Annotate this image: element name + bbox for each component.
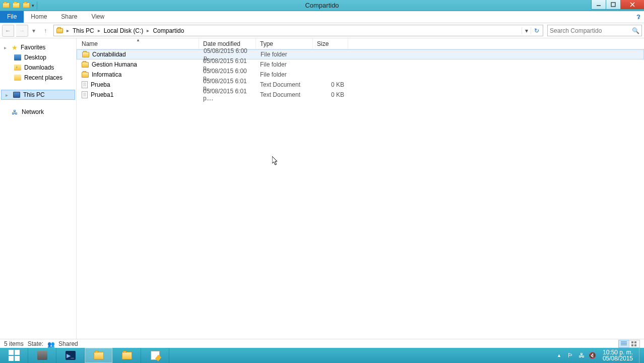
svg-rect-7 [631,341,633,343]
windows-icon [9,350,20,361]
file-row[interactable]: Informatica 05/08/2015 6:00 p.... File f… [77,70,644,80]
navigation-pane: ▸ ★ Favorites Desktop Downloads Recent p… [0,38,77,339]
server-icon [37,351,47,360]
file-name: Informatica [92,71,121,78]
details-view-button[interactable] [618,340,629,348]
column-label: Size [317,40,329,47]
chevron-right-icon[interactable]: ▸ [145,28,151,33]
taskbar-explorer-2[interactable] [113,348,141,363]
window-controls [591,0,644,11]
column-type[interactable]: Type [256,38,313,49]
nav-item-label: Network [22,108,44,115]
favorites-node[interactable]: ▸ ★ Favorites [0,42,76,52]
svg-rect-1 [611,3,615,7]
nav-network[interactable]: ▸ 🖧 Network [0,107,76,117]
address-bar[interactable]: ▸ This PC ▸ Local Disk (C:) ▸ Compartido… [53,25,543,36]
desktop-icon [14,54,21,60]
nav-item-label: Recent places [24,74,62,81]
file-tab[interactable]: File [0,11,24,23]
taskbar-server-manager[interactable] [28,348,56,363]
file-name: Prueba [91,81,110,88]
minimize-button[interactable] [591,0,606,10]
powershell-icon: ▶_ [66,351,76,360]
column-size[interactable]: Size [313,38,348,49]
search-input[interactable] [550,27,639,34]
system-tray: ▲ 🏳 🖧 🔇 10:50 p. m. 05/08/2015 [555,348,644,363]
view-toggle [619,340,640,348]
tab-home[interactable]: Home [24,11,54,23]
properties-icon[interactable] [12,1,21,10]
maximize-button[interactable] [606,0,621,10]
column-label: Date modified [203,40,240,47]
search-icon[interactable]: 🔍 [632,27,639,34]
icons-view-button[interactable] [629,340,640,348]
file-date: 05/08/2015 6:01 p.... [199,88,256,102]
chevron-right-icon[interactable]: ▸ [96,28,102,33]
breadcrumb-this-pc[interactable]: This PC [71,25,96,36]
sort-asc-icon: ▲ [136,38,140,42]
expand-icon[interactable]: ▸ [6,92,10,98]
column-label: Type [260,40,273,47]
breadcrumb-local-disk[interactable]: Local Disk (C:) [102,25,145,36]
taskbar-explorer[interactable] [85,348,113,363]
file-type: Text Document [256,81,313,88]
nav-item-label: This PC [23,91,45,98]
folder-icon [82,72,89,78]
taskbar: ▶_ ▲ 🏳 🖧 🔇 10:50 p. m. 05/08/2015 [0,348,644,363]
file-name: Contabilidad [92,51,126,58]
search-box[interactable]: 🔍 [547,25,642,36]
folder-icon [94,352,104,359]
file-row[interactable]: Prueba 05/08/2015 6:01 p.... Text Docume… [77,80,644,90]
column-headers: Name ▲ Date modified Type Size [77,38,644,49]
back-button[interactable]: ← [2,25,14,37]
pc-icon [13,92,20,98]
window-title: Compartido [305,2,339,9]
text-file-icon [82,91,88,98]
svg-rect-10 [634,344,636,346]
status-state-value: Shared [58,340,78,347]
sound-icon[interactable]: 🔇 [589,351,597,359]
close-button[interactable] [620,0,644,10]
collapse-icon[interactable]: ▸ [4,45,9,50]
nav-this-pc[interactable]: ▸ This PC [1,90,75,100]
status-bar: 5 items State: 👥 Shared [0,339,644,348]
quick-access-toolbar: ▾ [0,1,39,10]
nav-item-label: Desktop [24,54,46,61]
folder-icon [82,62,89,68]
tab-share[interactable]: Share [54,11,84,23]
start-button[interactable] [0,348,28,363]
status-items: 5 items [4,340,24,347]
taskbar-powershell[interactable]: ▶_ [56,348,85,363]
breadcrumb-current[interactable]: Compartido [151,25,185,36]
taskbar-notepad[interactable] [141,348,169,363]
chevron-right-icon[interactable]: ▸ [65,28,71,33]
up-button[interactable]: ↑ [39,25,51,37]
nav-recent-places[interactable]: Recent places [0,73,76,83]
network-tray-icon[interactable]: 🖧 [577,351,586,359]
address-dropdown-icon[interactable]: ▾ [522,27,531,34]
cursor-icon [272,156,279,168]
tray-clock[interactable]: 10:50 p. m. 05/08/2015 [600,349,636,361]
flag-icon[interactable]: 🏳 [566,351,574,359]
help-icon[interactable]: ? [634,12,643,21]
downloads-icon [14,65,21,71]
file-list[interactable]: Name ▲ Date modified Type Size Contabili… [77,38,644,339]
tray-overflow-icon[interactable]: ▲ [555,353,563,358]
tab-view[interactable]: View [84,11,111,23]
file-row[interactable]: Prueba1 05/08/2015 6:01 p.... Text Docum… [77,90,644,100]
text-file-icon [82,81,88,88]
file-row[interactable]: Gestion Humana 05/08/2015 6:01 p.... Fil… [77,59,644,70]
qat-dropdown-icon[interactable]: ▾ [32,3,34,8]
forward-button[interactable]: → [16,25,28,37]
column-name[interactable]: Name ▲ [77,38,199,49]
refresh-icon[interactable]: ↻ [531,27,542,34]
title-bar: ▾ Compartido [0,0,644,11]
star-icon: ★ [12,44,18,51]
nav-desktop[interactable]: Desktop [0,52,76,63]
recent-locations-icon[interactable]: ▾ [30,27,37,34]
new-folder-icon[interactable] [22,1,31,10]
column-date[interactable]: Date modified [199,38,256,49]
file-row[interactable]: Contabilidad 05/08/2015 6:00 p.... File … [77,49,644,59]
show-desktop-button[interactable] [639,348,643,363]
nav-downloads[interactable]: Downloads [0,63,76,73]
